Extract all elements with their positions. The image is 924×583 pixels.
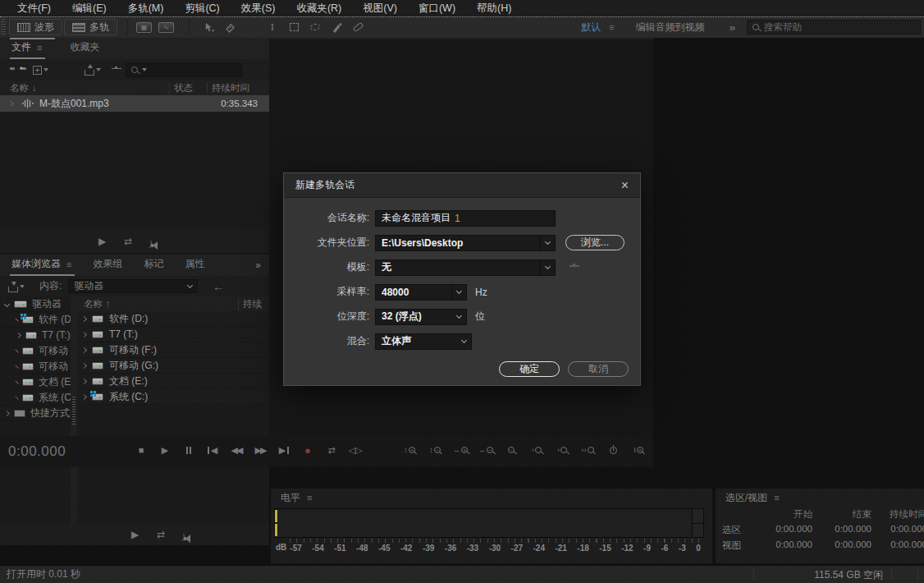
tree-list-splitter[interactable] — [71, 296, 77, 524]
panel-menu-icon[interactable]: ≡ — [307, 493, 312, 503]
record-button[interactable]: ● — [300, 441, 316, 459]
drive-row[interactable]: 系统 (C:) — [77, 389, 269, 405]
menu-file[interactable]: 文件(F) — [7, 2, 62, 16]
view-duration[interactable]: 0:00.000 — [871, 539, 924, 552]
move-tool-icon[interactable] — [198, 19, 219, 35]
menu-view[interactable]: 视图(V) — [352, 2, 408, 16]
tab-markers[interactable]: 标记 — [142, 257, 172, 276]
spectral-frequency-display-icon[interactable]: ▦ — [136, 22, 152, 33]
expander-icon[interactable] — [0, 102, 21, 106]
level-meter[interactable] — [274, 508, 704, 538]
column-name[interactable]: 名称 ↓ — [0, 82, 169, 94]
selection-start[interactable]: 0:00.000 — [755, 524, 812, 536]
workspace-menu-icon[interactable]: ≡ — [609, 22, 614, 32]
panel-menu-icon[interactable]: ≡ — [66, 259, 71, 269]
file-row[interactable]: M-鼓点001.mp3 0:35.343 — [0, 95, 269, 112]
drive-row[interactable]: 文档 (E:) — [77, 374, 269, 389]
dialog-title-bar[interactable]: 新建多轨会话 × — [284, 173, 640, 198]
search-help-input[interactable] — [764, 22, 915, 32]
pause-button[interactable] — [181, 441, 197, 459]
back-arrow-icon[interactable]: ← — [213, 280, 224, 293]
paintbrush-selection-tool-icon[interactable] — [326, 19, 347, 35]
loop-playback-button[interactable]: ⇄ — [157, 529, 165, 540]
export-button[interactable] — [85, 64, 101, 76]
tab-favorites[interactable]: 收藏夹 — [68, 40, 107, 59]
spectral-pitch-display-icon[interactable]: ∿ — [158, 22, 174, 33]
panel-menu-icon[interactable]: ≡ — [37, 43, 42, 53]
clip-indicators[interactable] — [692, 509, 703, 537]
tab-effects-rack[interactable]: 效果组 — [91, 257, 130, 276]
content-dropdown[interactable]: 驱动器 — [68, 279, 198, 293]
zoom-in-vertical-icon[interactable]: ↕+ — [400, 441, 419, 459]
go-to-next-button[interactable]: ▶ — [276, 441, 292, 459]
zoom-full-icon[interactable]: I+ — [629, 441, 648, 459]
bit-depth-dropdown[interactable]: 32 (浮点) — [375, 309, 467, 325]
workspace-item-edit-audio-to-video[interactable]: 编辑音频到视频 — [636, 21, 705, 34]
rewind-button[interactable]: ◀◀ — [228, 441, 245, 459]
zoom-out-full-icon[interactable]: − — [501, 441, 521, 459]
tab-selection-view-label[interactable]: 选区/视图 — [725, 491, 767, 505]
zoom-to-out-point-icon[interactable]: › — [552, 441, 572, 459]
menu-favorites[interactable]: 收藏夹(R) — [286, 2, 352, 16]
stop-button[interactable]: ■ — [133, 441, 149, 459]
marquee-selection-tool-icon[interactable] — [283, 19, 304, 35]
search-help-box[interactable] — [747, 20, 921, 34]
zoom-out-vertical-icon[interactable]: ↕− — [425, 441, 445, 459]
selection-end[interactable]: 0:00.000 — [812, 524, 871, 536]
lasso-selection-tool-icon[interactable] — [304, 19, 326, 35]
multitrack-view-button[interactable]: 多轨 — [64, 19, 117, 35]
menu-clip[interactable]: 剪辑(C) — [174, 2, 230, 16]
spot-healing-brush-tool-icon[interactable] — [347, 19, 368, 35]
tree-drive-item[interactable]: 文档 (E:) — [0, 374, 71, 390]
browse-button[interactable]: 浏览... — [565, 235, 624, 250]
panel-menu-icon[interactable]: ≡ — [774, 493, 779, 503]
tab-files[interactable]: 文件 ≡ — [10, 40, 50, 59]
go-to-previous-button[interactable]: ◀ — [204, 441, 221, 459]
preview-play-button[interactable]: ▶ — [98, 236, 106, 247]
razor-tool-icon[interactable] — [219, 19, 240, 35]
playhead-time[interactable]: 0:00.000 — [8, 443, 66, 460]
menu-help[interactable]: 帮助(H) — [466, 2, 522, 16]
template-dropdown[interactable]: 无 — [375, 259, 556, 276]
zoom-to-in-point-icon[interactable]: ‹ — [527, 441, 547, 459]
skip-selection-button[interactable]: ◁▷ — [347, 441, 364, 459]
menu-effects[interactable]: 效果(S) — [231, 2, 286, 16]
tree-drive-item[interactable]: 可移动 (F:) — [0, 343, 71, 359]
workspace-overflow-icon[interactable]: » — [730, 21, 735, 34]
drive-row[interactable]: 可移动 (G:) — [77, 358, 269, 374]
timer-icon[interactable] — [603, 441, 623, 459]
loop-playback-button[interactable]: ⇄ — [124, 236, 132, 247]
menu-edit[interactable]: 编辑(E) — [62, 2, 117, 16]
menu-window[interactable]: 窗口(W) — [408, 2, 466, 16]
tree-root-drives[interactable]: 驱动器 — [0, 296, 71, 312]
loop-playback-button[interactable]: ⇄ — [323, 441, 340, 459]
waveform-view-button[interactable]: 波形 — [9, 19, 62, 35]
zoom-in-horizontal-icon[interactable]: ↔+ — [451, 441, 470, 459]
fast-forward-button[interactable]: ▶▶ — [252, 441, 268, 459]
tree-drive-item[interactable]: 软件 (D:) — [0, 312, 71, 328]
ok-button[interactable]: 确定 — [499, 361, 560, 377]
zoom-to-selection-icon[interactable]: ‹› — [578, 441, 597, 459]
workspace-default-button[interactable]: 默认 — [581, 21, 601, 34]
selection-duration[interactable]: 0:00.000 — [871, 524, 924, 536]
tree-shortcuts-item[interactable]: 快捷方式 — [0, 406, 71, 421]
column-name[interactable]: 名称 ↑ — [77, 298, 238, 310]
tab-media-browser[interactable]: 媒体浏览器 ≡ — [10, 257, 80, 276]
menu-multitrack[interactable]: 多轨(M) — [117, 2, 175, 16]
session-name-field[interactable]: 未命名混音项目 1 — [375, 210, 556, 227]
tree-drive-item[interactable]: 可移动 (G:) — [0, 359, 71, 374]
view-start[interactable]: 0:00.000 — [755, 539, 812, 552]
time-selection-tool-icon[interactable]: I — [262, 19, 283, 35]
drive-row[interactable]: 可移动 (F:) — [77, 342, 269, 358]
tab-levels-label[interactable]: 电平 — [281, 491, 300, 505]
view-end[interactable]: 0:00.000 — [812, 539, 871, 552]
mix-dropdown[interactable]: 立体声 — [375, 333, 472, 350]
toolbar-grip[interactable] — [1, 19, 6, 35]
preview-play-button[interactable]: ▶ — [131, 529, 139, 540]
tree-drive-item[interactable]: T7 (T:) — [0, 328, 71, 343]
play-button[interactable]: ▶ — [157, 441, 173, 459]
panel-overflow-icon[interactable]: » — [254, 259, 269, 276]
column-duration[interactable]: 持续时间 — [207, 82, 269, 94]
media-import-button[interactable] — [8, 281, 25, 292]
column-status[interactable]: 状态 — [169, 82, 207, 94]
